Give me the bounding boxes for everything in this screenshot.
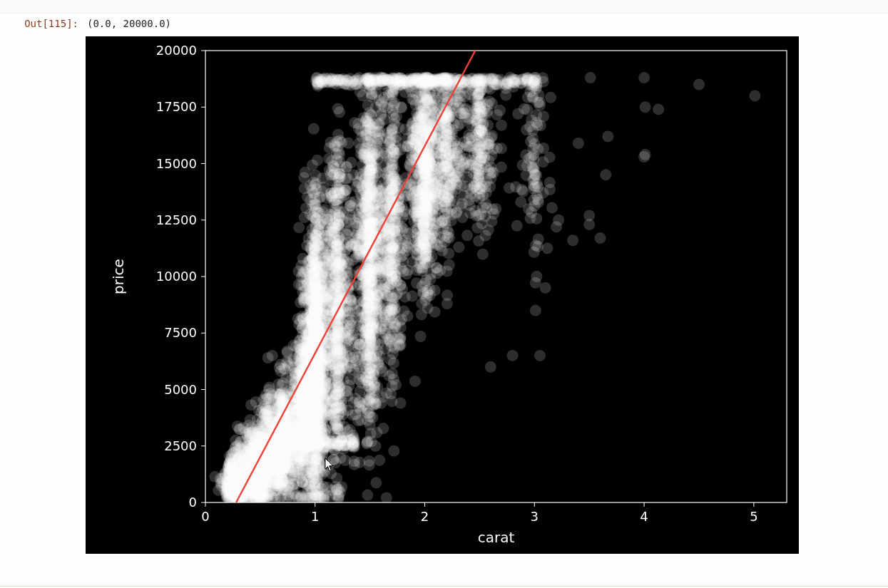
svg-point-6435 bbox=[281, 356, 292, 367]
svg-point-4430 bbox=[384, 165, 396, 176]
svg-point-4439 bbox=[384, 370, 395, 381]
svg-point-6976 bbox=[507, 350, 519, 361]
svg-point-5623 bbox=[545, 92, 556, 103]
svg-point-6950 bbox=[322, 77, 333, 88]
svg-point-6524 bbox=[290, 467, 302, 478]
svg-point-6997 bbox=[653, 103, 664, 115]
svg-point-3649 bbox=[370, 477, 382, 488]
svg-point-6972 bbox=[267, 350, 278, 361]
matplotlib-figure: 0123450250050007500100001250015000175002… bbox=[86, 36, 799, 554]
svg-point-4051 bbox=[362, 435, 373, 447]
svg-point-5685 bbox=[534, 100, 546, 111]
svg-point-5591 bbox=[469, 115, 481, 126]
svg-point-6999 bbox=[749, 90, 760, 101]
svg-point-5282 bbox=[424, 153, 435, 165]
svg-point-6570 bbox=[309, 409, 320, 421]
svg-point-5079 bbox=[417, 190, 428, 201]
svg-point-3279 bbox=[333, 401, 345, 413]
svg-point-5272 bbox=[424, 172, 435, 184]
svg-point-5653 bbox=[510, 181, 521, 192]
svg-point-4243 bbox=[372, 146, 383, 158]
x-tick-label: 5 bbox=[750, 509, 757, 524]
svg-point-6390 bbox=[245, 399, 257, 411]
svg-point-3741 bbox=[349, 347, 361, 359]
y-axis-label: price bbox=[110, 259, 127, 294]
svg-point-6560 bbox=[235, 423, 246, 435]
svg-point-3710 bbox=[345, 373, 357, 385]
svg-point-6979 bbox=[530, 305, 541, 316]
svg-point-6329 bbox=[302, 326, 314, 337]
svg-point-6967 bbox=[407, 74, 419, 86]
svg-point-3266 bbox=[332, 377, 343, 388]
svg-point-5679 bbox=[529, 138, 541, 150]
svg-point-5648 bbox=[521, 104, 533, 115]
svg-point-5473 bbox=[454, 157, 465, 168]
svg-point-6982 bbox=[540, 282, 551, 294]
svg-point-4435 bbox=[388, 242, 399, 254]
svg-point-6574 bbox=[292, 453, 304, 465]
svg-point-4124 bbox=[377, 423, 389, 434]
svg-point-5056 bbox=[422, 237, 433, 248]
svg-point-3200 bbox=[335, 160, 346, 172]
svg-point-5543 bbox=[473, 235, 484, 247]
svg-point-4056 bbox=[367, 412, 378, 423]
y-tick-label: 5000 bbox=[164, 382, 197, 397]
svg-point-6586 bbox=[292, 405, 303, 416]
output-prompt: Out[115]: bbox=[7, 18, 87, 29]
y-tick-label: 2500 bbox=[164, 438, 197, 453]
svg-point-4835 bbox=[402, 238, 414, 249]
svg-point-4352 bbox=[387, 293, 398, 304]
cell-bottom-rule bbox=[0, 586, 888, 587]
svg-point-6568 bbox=[260, 482, 272, 493]
svg-point-5515 bbox=[486, 167, 498, 178]
svg-point-6543 bbox=[300, 416, 311, 427]
cell-toolbar-gutter bbox=[0, 0, 888, 14]
svg-point-6572 bbox=[243, 492, 254, 504]
svg-point-3275 bbox=[334, 210, 345, 222]
svg-point-6561 bbox=[268, 451, 280, 463]
svg-point-4011 bbox=[362, 345, 373, 356]
svg-point-6571 bbox=[275, 366, 287, 377]
svg-point-5386 bbox=[442, 192, 453, 204]
svg-point-3780 bbox=[354, 401, 365, 413]
svg-point-6558 bbox=[262, 405, 274, 416]
svg-point-3287 bbox=[334, 232, 345, 244]
svg-point-5611 bbox=[544, 177, 556, 188]
svg-point-6326 bbox=[296, 311, 307, 322]
svg-point-6989 bbox=[585, 72, 596, 83]
svg-point-3276 bbox=[332, 103, 344, 114]
svg-point-5589 bbox=[469, 205, 481, 217]
svg-point-6938 bbox=[488, 73, 499, 85]
svg-point-3280 bbox=[333, 174, 345, 185]
svg-point-5039 bbox=[420, 274, 432, 286]
svg-point-4454 bbox=[383, 223, 394, 234]
svg-point-3332 bbox=[362, 490, 373, 501]
svg-point-3653 bbox=[340, 386, 352, 397]
svg-point-5241 bbox=[416, 108, 427, 120]
svg-point-4323 bbox=[374, 241, 385, 252]
svg-point-4064 bbox=[360, 124, 372, 135]
svg-point-6556 bbox=[318, 391, 330, 403]
svg-point-2678 bbox=[310, 257, 321, 269]
svg-point-6978 bbox=[529, 72, 540, 83]
svg-point-6994 bbox=[640, 149, 651, 160]
svg-point-6518 bbox=[317, 480, 329, 492]
svg-point-6984 bbox=[553, 215, 564, 226]
svg-point-5738 bbox=[320, 291, 332, 302]
svg-point-2664 bbox=[312, 155, 323, 166]
svg-point-5599 bbox=[542, 242, 553, 254]
svg-point-5504 bbox=[496, 120, 507, 131]
svg-point-6538 bbox=[289, 488, 300, 500]
svg-point-5683 bbox=[529, 153, 540, 165]
svg-point-3599 bbox=[345, 267, 356, 279]
y-tick-label: 17500 bbox=[156, 99, 197, 114]
svg-point-5232 bbox=[461, 229, 473, 241]
svg-point-2028 bbox=[293, 222, 305, 233]
y-tick-label: 7500 bbox=[164, 325, 197, 340]
svg-point-5677 bbox=[526, 207, 537, 218]
svg-point-5680 bbox=[532, 120, 543, 131]
svg-point-6970 bbox=[236, 441, 247, 453]
output-repr: (0.0, 20000.0) bbox=[87, 18, 171, 29]
svg-point-4888 bbox=[415, 331, 427, 342]
svg-point-6973 bbox=[337, 74, 348, 86]
